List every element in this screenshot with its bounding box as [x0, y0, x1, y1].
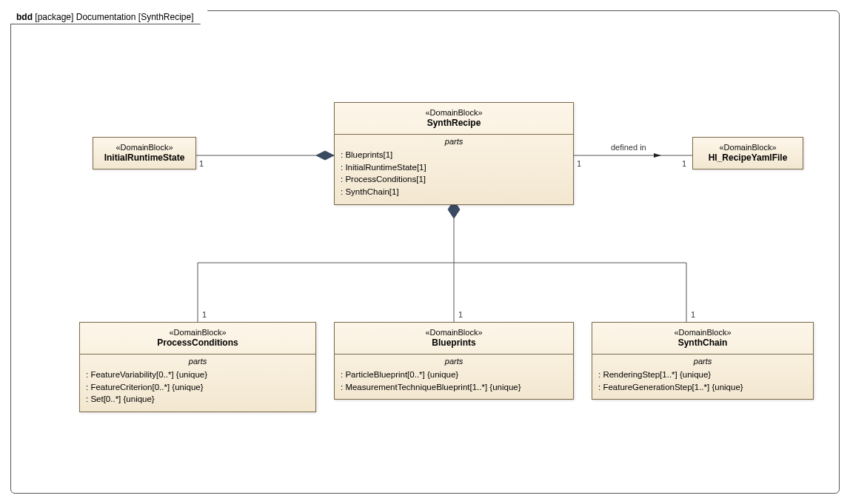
- stereotype: «DomainBlock»: [86, 327, 309, 337]
- block-blueprints[interactable]: «DomainBlock» Blueprints parts : Particl…: [334, 322, 574, 400]
- multiplicity-label: 1: [577, 159, 581, 168]
- block-header: «DomainBlock» HI_RecipeYamlFile: [693, 138, 803, 169]
- stereotype: «DomainBlock»: [99, 142, 190, 152]
- part-item: : MeasurementTechniqueBlueprint[1..*] {u…: [341, 381, 567, 394]
- stereotype: «DomainBlock»: [699, 142, 797, 152]
- parts-label: parts: [80, 355, 315, 367]
- svg-marker-3: [654, 153, 661, 158]
- block-header: «DomainBlock» InitialRuntimeState: [93, 138, 195, 169]
- stereotype: «DomainBlock»: [598, 327, 807, 337]
- multiplicity-label: 1: [202, 310, 207, 319]
- multiplicity-label: 1: [458, 310, 463, 319]
- part-item: : SynthChain[1]: [341, 186, 567, 198]
- connectors: [11, 11, 840, 494]
- block-initial-runtime-state[interactable]: «DomainBlock» InitialRuntimeState: [93, 137, 196, 169]
- block-header: «DomainBlock» SynthRecipe: [335, 103, 573, 135]
- part-item: : Blueprints[1]: [341, 149, 567, 161]
- parts-list: : Blueprints[1] : InitialRuntimeState[1]…: [335, 147, 573, 204]
- svg-marker-1: [316, 151, 334, 160]
- association-label-defined-in: defined in: [611, 143, 646, 152]
- block-name: InitialRuntimeState: [99, 152, 190, 164]
- block-name: Blueprints: [341, 337, 567, 349]
- parts-label: parts: [335, 355, 573, 367]
- stereotype: «DomainBlock»: [341, 327, 567, 337]
- part-item: : ProcessConditions[1]: [341, 173, 567, 186]
- block-header: «DomainBlock» ProcessConditions: [80, 323, 315, 355]
- stereotype: «DomainBlock»: [341, 107, 567, 118]
- frame-label: bdd [package] Documentation [SynthRecipe…: [10, 10, 208, 24]
- frame-name: [SynthRecipe]: [138, 12, 194, 22]
- parts-list: : ParticleBlueprint[0..*] {unique} : Mea…: [335, 367, 573, 399]
- parts-list: : RenderingStep[1..*] {unique} : Feature…: [592, 367, 813, 399]
- block-name: SynthChain: [598, 337, 807, 349]
- frame-scope: Documentation: [76, 12, 136, 22]
- multiplicity-label: 1: [682, 159, 686, 168]
- part-item: : FeatureCriterion[0..*] {unique}: [86, 381, 309, 394]
- part-item: : FeatureVariability[0..*] {unique}: [86, 369, 309, 381]
- block-name: SynthRecipe: [341, 118, 567, 130]
- multiplicity-label: 1: [691, 310, 695, 319]
- frame-pkg: [package]: [35, 12, 73, 22]
- frame-kind: bdd: [16, 12, 33, 22]
- block-process-conditions[interactable]: «DomainBlock» ProcessConditions parts : …: [79, 322, 316, 412]
- part-item: : FeatureGenerationStep[1..*] {unique}: [598, 381, 807, 394]
- diagram-frame: bdd [package] Documentation [SynthRecipe…: [10, 10, 840, 494]
- part-item: : InitialRuntimeState[1]: [341, 161, 567, 174]
- parts-list: : FeatureVariability[0..*] {unique} : Fe…: [80, 367, 315, 411]
- block-header: «DomainBlock» SynthChain: [592, 323, 813, 355]
- multiplicity-label: 1: [199, 159, 204, 168]
- parts-label: parts: [335, 135, 573, 147]
- block-name: HI_RecipeYamlFile: [699, 152, 797, 164]
- block-header: «DomainBlock» Blueprints: [335, 323, 573, 355]
- block-name: ProcessConditions: [86, 337, 309, 349]
- part-item: : Set[0..*] {unique}: [86, 393, 309, 406]
- block-recipe-yaml-file[interactable]: «DomainBlock» HI_RecipeYamlFile: [692, 137, 803, 169]
- block-synth-chain[interactable]: «DomainBlock» SynthChain parts : Renderi…: [592, 322, 814, 400]
- block-synth-recipe[interactable]: «DomainBlock» SynthRecipe parts : Bluepr…: [334, 102, 574, 205]
- part-item: : RenderingStep[1..*] {unique}: [598, 369, 807, 381]
- parts-label: parts: [592, 355, 813, 367]
- part-item: : ParticleBlueprint[0..*] {unique}: [341, 369, 567, 381]
